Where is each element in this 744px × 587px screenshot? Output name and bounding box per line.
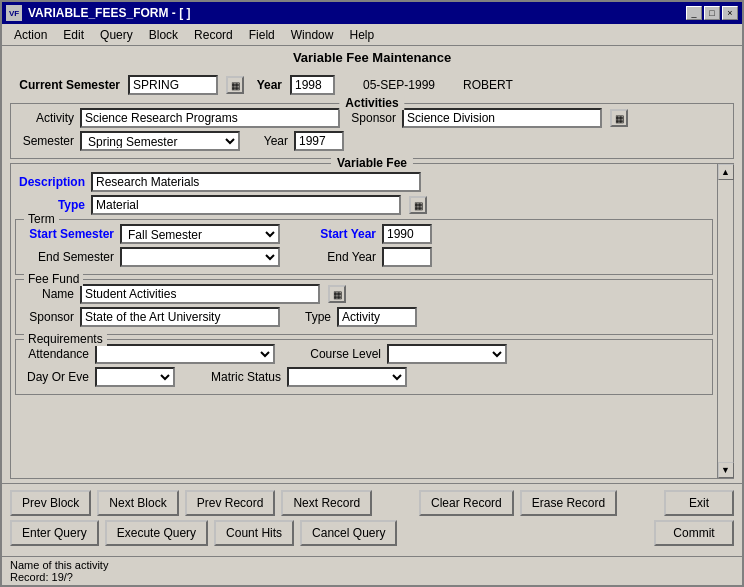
count-hits-button[interactable]: Count Hits	[214, 520, 294, 546]
fund-name-label: Name	[24, 287, 74, 301]
fund-name-row: Name ▦	[24, 284, 704, 304]
clear-record-button[interactable]: Clear Record	[419, 490, 514, 516]
scroll-up-btn[interactable]: ▲	[718, 164, 734, 180]
user-display: ROBERT	[463, 78, 513, 92]
start-year-label: Start Year	[306, 227, 376, 241]
start-semester-row: Start Semester Fall Semester Spring Seme…	[24, 224, 704, 244]
exit-button[interactable]: Exit	[664, 490, 734, 516]
course-level-label: Course Level	[301, 347, 381, 361]
day-or-eve-select[interactable]	[95, 367, 175, 387]
maximize-button[interactable]: □	[704, 6, 720, 20]
minimize-button[interactable]: _	[686, 6, 702, 20]
app-icon: VF	[6, 5, 22, 21]
menu-help[interactable]: Help	[341, 26, 382, 44]
activity-input[interactable]	[80, 108, 340, 128]
description-row: Description	[15, 172, 713, 192]
course-level-select[interactable]	[387, 344, 507, 364]
start-semester-label: Start Semester	[24, 227, 114, 241]
term-section: Term Start Semester Fall Semester Spring…	[15, 219, 713, 275]
type-label: Type	[15, 198, 85, 212]
menu-field[interactable]: Field	[241, 26, 283, 44]
description-label: Description	[15, 175, 85, 189]
status-line1: Name of this activity	[10, 559, 734, 571]
main-window: VF VARIABLE_FEES_FORM - [ ] _ □ × Action…	[0, 0, 744, 587]
fund-sponsor-input[interactable]	[80, 307, 280, 327]
menu-action[interactable]: Action	[6, 26, 55, 44]
enter-query-button[interactable]: Enter Query	[10, 520, 99, 546]
end-year-input[interactable]	[382, 247, 432, 267]
menu-edit[interactable]: Edit	[55, 26, 92, 44]
status-bar: Name of this activity Record: 19/?	[2, 556, 742, 585]
end-semester-label: End Semester	[24, 250, 114, 264]
fund-name-input[interactable]	[80, 284, 320, 304]
current-semester-btn[interactable]: ▦	[226, 76, 244, 94]
act-year-label: Year	[258, 134, 288, 148]
type-row: Type ▦	[15, 195, 713, 215]
description-input[interactable]	[91, 172, 421, 192]
sponsor-list-btn[interactable]: ▦	[610, 109, 628, 127]
year-input[interactable]	[290, 75, 335, 95]
semester-year-row: Semester Spring Semester Fall Semester S…	[19, 131, 725, 151]
fund-sponsor-row: Sponsor Type	[24, 307, 704, 327]
variable-fee-title: Variable Fee	[331, 156, 413, 170]
execute-query-button[interactable]: Execute Query	[105, 520, 208, 546]
menu-block[interactable]: Block	[141, 26, 186, 44]
window-controls: _ □ ×	[686, 6, 738, 20]
matric-status-select[interactable]	[287, 367, 407, 387]
activities-title: Activities	[339, 96, 404, 110]
menu-query[interactable]: Query	[92, 26, 141, 44]
type-input[interactable]	[91, 195, 401, 215]
end-semester-row: End Semester End Year	[24, 247, 704, 267]
start-semester-select[interactable]: Fall Semester Spring Semester	[120, 224, 280, 244]
sponsor-input[interactable]	[402, 108, 602, 128]
end-year-label: End Year	[306, 250, 376, 264]
attendance-label: Attendance	[24, 347, 89, 361]
vf-scrollbar[interactable]: ▲ ▼	[717, 164, 733, 478]
day-matric-row: Day Or Eve Matric Status	[24, 367, 704, 387]
requirements-title: Requirements	[24, 332, 107, 346]
sponsor-label: Sponsor	[346, 111, 396, 125]
current-semester-row: Current Semester ▦ Year 05-SEP-1999 ROBE…	[10, 73, 734, 97]
erase-record-button[interactable]: Erase Record	[520, 490, 617, 516]
date-display: 05-SEP-1999	[363, 78, 435, 92]
scroll-down-btn[interactable]: ▼	[718, 462, 734, 478]
fund-sponsor-label: Sponsor	[24, 310, 74, 324]
semester-label: Semester	[19, 134, 74, 148]
query-buttons-row: Enter Query Execute Query Count Hits Can…	[10, 520, 734, 546]
prev-block-button[interactable]: Prev Block	[10, 490, 91, 516]
fund-type-label: Type	[296, 310, 331, 324]
activity-row: Activity Sponsor ▦	[19, 108, 725, 128]
menu-record[interactable]: Record	[186, 26, 241, 44]
type-list-btn[interactable]: ▦	[409, 196, 427, 214]
title-bar: VF VARIABLE_FEES_FORM - [ ] _ □ ×	[2, 2, 742, 24]
commit-button[interactable]: Commit	[654, 520, 734, 546]
end-semester-select[interactable]	[120, 247, 280, 267]
variable-fee-section: Variable Fee Description Type ▦ Term Sta…	[10, 163, 734, 479]
fee-fund-section: Fee Fund Name ▦ Sponsor Type	[15, 279, 713, 335]
cancel-query-button[interactable]: Cancel Query	[300, 520, 397, 546]
next-block-button[interactable]: Next Block	[97, 490, 178, 516]
term-title: Term	[24, 212, 59, 226]
window-title: VARIABLE_FEES_FORM - [ ]	[28, 6, 686, 20]
attendance-select[interactable]	[95, 344, 275, 364]
requirements-section: Requirements Attendance Course Level Day…	[15, 339, 713, 395]
current-semester-input[interactable]	[128, 75, 218, 95]
attendance-course-row: Attendance Course Level	[24, 344, 704, 364]
fund-name-list-btn[interactable]: ▦	[328, 285, 346, 303]
status-line2: Record: 19/?	[10, 571, 734, 583]
start-year-input[interactable]	[382, 224, 432, 244]
close-button[interactable]: ×	[722, 6, 738, 20]
prev-record-button[interactable]: Prev Record	[185, 490, 276, 516]
next-record-button[interactable]: Next Record	[281, 490, 372, 516]
activities-section: Activities Activity Sponsor ▦ Semester S…	[10, 103, 734, 159]
button-area: Prev Block Next Block Prev Record Next R…	[2, 483, 742, 556]
menu-window[interactable]: Window	[283, 26, 342, 44]
activity-year-input[interactable]	[294, 131, 344, 151]
semester-select[interactable]: Spring Semester Fall Semester Summer Sem…	[80, 131, 240, 151]
fund-type-input[interactable]	[337, 307, 417, 327]
current-semester-label: Current Semester	[10, 78, 120, 92]
fee-fund-title: Fee Fund	[24, 272, 83, 286]
activity-label: Activity	[19, 111, 74, 125]
menu-bar: Action Edit Query Block Record Field Win…	[2, 24, 742, 46]
form-title: Variable Fee Maintenance	[2, 46, 742, 69]
